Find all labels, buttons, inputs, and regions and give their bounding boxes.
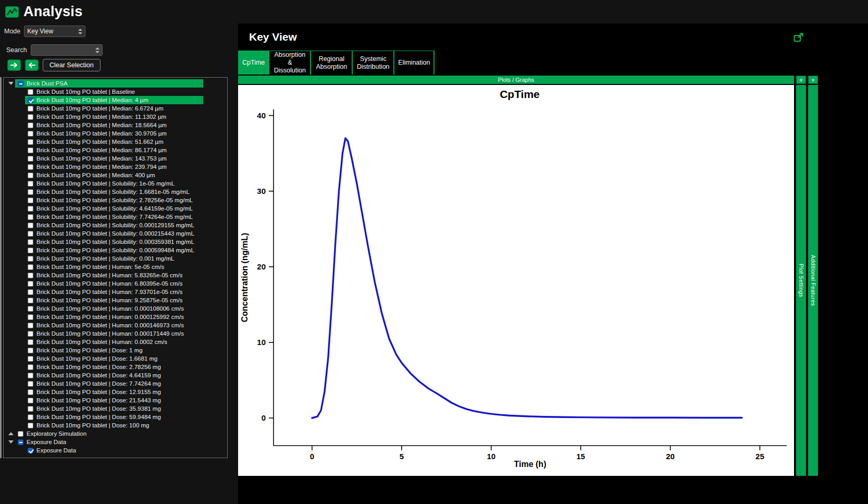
tree-checkbox-unchecked[interactable] [28,156,33,162]
tree-item[interactable]: Brick Dust 10mg PO tablet | Dose: 59.948… [4,413,227,421]
tree-item[interactable]: Brick Dust 10mg PO tablet | Median: 143.… [4,154,227,163]
tree-scrollbar[interactable] [0,77,2,458]
tree-checkbox-unchecked[interactable] [28,256,33,262]
tree-item[interactable]: Brick Dust 10mg PO tablet | Dose: 7.7426… [4,379,227,388]
tree-item-body[interactable]: Brick Dust 10mg PO tablet | Dose: 21.544… [25,396,203,404]
tree-item-body[interactable]: Brick Dust 10mg PO tablet | Solubility: … [25,254,203,263]
tree-checkbox-unchecked[interactable] [28,214,33,220]
tree-item[interactable]: Brick Dust 10mg PO tablet | Solubility: … [4,229,227,238]
tab-absorption-dissolution[interactable]: Absorption & Dissolution [269,51,311,75]
tree-item[interactable]: Brick Dust 10mg PO tablet | Solubility: … [4,196,227,204]
tree-item[interactable]: Brick Dust 10mg PO tablet | Dose: 2.7825… [4,363,227,371]
tree-item[interactable]: Brick Dust 10mg PO tablet | Solubility: … [4,254,227,263]
tree-item[interactable]: Brick Dust 10mg PO tablet | Dose: 1 mg [4,346,227,354]
tree-item[interactable]: Brick Dust 10mg PO tablet | Dose: 21.544… [4,396,227,404]
tree-checkbox-unchecked[interactable] [28,356,33,362]
tree-item-body[interactable]: Brick Dust 10mg PO tablet | Dose: 7.7426… [25,379,203,388]
search-input[interactable] [34,46,93,54]
tree-item-body[interactable]: Brick Dust 10mg PO tablet | Human: 9.258… [25,296,203,304]
mode-select[interactable]: Key View [24,26,85,37]
tree-item[interactable]: Brick Dust 10mg PO tablet | Solubility: … [4,221,227,229]
tree-item-body[interactable]: Brick Dust 10mg PO tablet | Human: 0.000… [25,313,203,321]
plot-settings-add-button[interactable]: + [796,76,806,84]
tree-item[interactable]: Brick Dust 10mg PO tablet | Median: 11.1… [4,113,227,121]
tree-checkbox-unchecked[interactable] [28,264,33,270]
tree-item[interactable]: Brick Dust 10mg PO tablet | Baseline [4,88,227,96]
tree-checkbox-unchecked[interactable] [28,281,33,287]
tree-checkbox-unchecked[interactable] [18,431,23,437]
tab-elimination[interactable]: Elimination [394,51,435,75]
open-in-new-window-icon[interactable] [793,33,804,42]
tree-checkbox-unchecked[interactable] [28,248,33,253]
tree-checkbox-unchecked[interactable] [28,231,33,237]
tree-item[interactable]: Brick Dust 10mg PO tablet | Solubility: … [4,179,227,188]
tree-checkbox-unchecked[interactable] [28,181,33,187]
tree-item-body[interactable]: Exploratory Simulation [15,429,203,438]
tree-checkbox-unchecked[interactable] [28,198,33,203]
tree-checkbox-unchecked[interactable] [28,114,33,120]
tree-checkbox-unchecked[interactable] [28,89,33,95]
tree-item-body[interactable]: Exposure Data [25,446,203,454]
tree-item-body[interactable]: Brick Dust 10mg PO tablet | Dose: 12.915… [25,388,203,396]
tree-checkbox-unchecked[interactable] [28,339,33,345]
tree-item[interactable]: Exposure Data [4,446,227,454]
tree-item[interactable]: Brick Dust 10mg PO tablet | Median: 4 µm [4,96,227,104]
tree-item[interactable]: Brick Dust 10mg PO tablet | Median: 6.67… [4,104,227,113]
tree-item-body[interactable]: Brick Dust 10mg PO tablet | Median: 143.… [25,154,203,163]
tree-checkbox-unchecked[interactable] [28,323,33,328]
tree-checkbox-unchecked[interactable] [28,206,33,212]
tree-checkbox-unchecked[interactable] [28,314,33,320]
tree-checkbox-unchecked[interactable] [28,398,33,403]
tree-item-body[interactable]: Brick Dust 10mg PO tablet | Human: 0.000… [25,338,203,346]
tree-item[interactable]: Brick Dust 10mg PO tablet | Human: 0.000… [4,329,227,338]
tree-item-body[interactable]: Brick Dust 10mg PO tablet | Median: 400 … [25,171,203,179]
tree-checkbox-unchecked[interactable] [28,389,33,395]
tree-item-body[interactable]: Brick Dust 10mg PO tablet | Human: 5e-05… [25,263,203,271]
tree-item[interactable]: Brick Dust 10mg PO tablet | Dose: 12.915… [4,388,227,396]
tree-item[interactable]: Brick Dust 10mg PO tablet | Human: 5.832… [4,271,227,279]
tree-item-body[interactable]: Brick Dust 10mg PO tablet | Dose: 1.6681… [25,354,203,363]
tree-checkbox-unchecked[interactable] [28,306,33,312]
tree-item[interactable]: Brick Dust 10mg PO tablet | Human: 0.000… [4,313,227,321]
tree-checkbox-unchecked[interactable] [28,139,33,145]
tree-item-body[interactable]: Brick Dust 10mg PO tablet | Median: 4 µm [25,96,203,104]
tree-item-body[interactable]: Exposure Data [15,438,203,446]
tree-checkbox-unchecked[interactable] [28,331,33,337]
collapse-triangle-icon[interactable] [7,429,15,438]
spinner-arrows-icon[interactable] [95,47,100,53]
tree-item[interactable]: Brick Dust 10mg PO tablet | Solubility: … [4,213,227,221]
tree-item-body[interactable]: Brick Dust 10mg PO tablet | Solubility: … [25,188,203,196]
tree-item-body[interactable]: Brick Dust 10mg PO tablet | Median: 51.6… [25,138,203,146]
tree-item[interactable]: Brick Dust 10mg PO tablet | Dose: 35.938… [4,404,227,413]
spinner-arrows-icon[interactable] [78,29,82,34]
tab-regional-absorption[interactable]: Regional Absorption [311,51,353,75]
tree-checkbox-unchecked[interactable] [28,131,33,137]
tree-item-body[interactable]: Brick Dust 10mg PO tablet | Human: 0.000… [25,304,203,313]
tree-item-body[interactable]: Brick Dust 10mg PO tablet | Solubility: … [25,196,203,204]
tree-checkbox-unchecked[interactable] [28,106,33,112]
tree-item-body[interactable]: Brick Dust 10mg PO tablet | Median: 86.1… [25,146,203,154]
tree-item[interactable]: Exposure Data [4,438,227,446]
additional-features-add-button[interactable]: + [808,76,818,84]
tree-item[interactable]: Brick Dust 10mg PO tablet | Dose: 1.6681… [4,354,227,363]
tree-item[interactable]: Brick Dust 10mg PO tablet | Median: 30.9… [4,129,227,138]
tree-checkbox-unchecked[interactable] [28,122,33,128]
expand-triangle-icon[interactable] [7,79,15,88]
tree-item[interactable]: Brick Dust 10mg PO tablet | Median: 400 … [4,171,227,179]
tree-item[interactable]: Brick Dust 10mg PO tablet | Solubility: … [4,246,227,254]
tree-checkbox-unchecked[interactable] [28,406,33,412]
tree-item-body[interactable]: Brick Dust 10mg PO tablet | Solubility: … [25,238,203,246]
tree-checkbox-partial[interactable] [18,81,23,87]
tree-checkbox-unchecked[interactable] [28,239,33,245]
tree-checkbox-checked[interactable] [28,448,33,453]
tree-checkbox-unchecked[interactable] [28,164,33,170]
tree-item-body[interactable]: Brick Dust 10mg PO tablet | Solubility: … [25,179,203,188]
tree-item[interactable]: Brick Dust PSA [4,79,227,88]
tree-item[interactable]: Brick Dust 10mg PO tablet | Human: 6.803… [4,279,227,288]
tree-checkbox-unchecked[interactable] [28,423,33,428]
tree-item[interactable]: Brick Dust 10mg PO tablet | Human: 0.000… [4,321,227,329]
tree-item[interactable]: Brick Dust 10mg PO tablet | Median: 18.5… [4,121,227,129]
tree-item-body[interactable]: Brick Dust 10mg PO tablet | Median: 18.5… [25,121,203,129]
tree-checkbox-unchecked[interactable] [28,273,33,278]
tree-item[interactable]: Brick Dust 10mg PO tablet | Dose: 100 mg [4,421,227,429]
